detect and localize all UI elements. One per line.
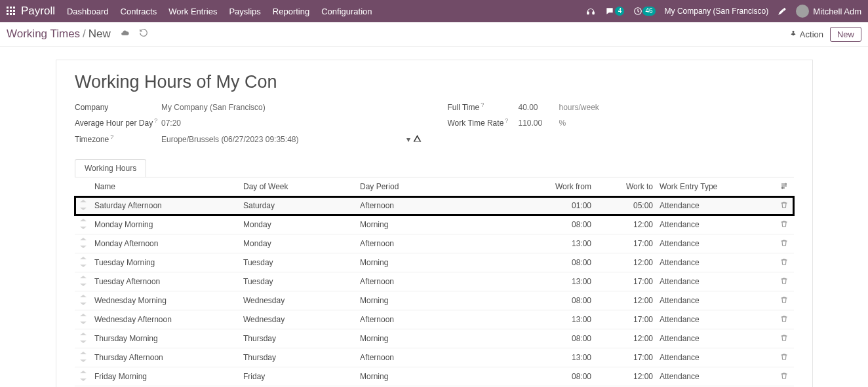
user-menu[interactable]: Mitchell Adm [796, 5, 861, 18]
drag-handle-icon[interactable] [75, 371, 92, 383]
messages-icon[interactable]: 4 [604, 7, 624, 16]
discard-icon[interactable] [139, 28, 148, 41]
support-icon[interactable] [586, 7, 595, 16]
table-row[interactable]: Tuesday AfternoonTuesdayAfternoon13:0017… [75, 272, 794, 291]
apps-icon[interactable] [7, 7, 16, 16]
row-day: Monday [243, 220, 360, 229]
columns-options-icon[interactable] [774, 182, 794, 192]
working-hours-grid: Name Day of Week Day Period Work from Wo… [75, 177, 794, 387]
nav-link-dashboard[interactable]: Dashboard [67, 7, 109, 16]
delete-row-icon[interactable] [774, 296, 794, 306]
table-row[interactable]: SaturdayAfternoon01:0005:00Attendance [75, 196, 794, 215]
row-day: Tuesday [243, 277, 360, 286]
company-value[interactable]: My Company (San Francisco) [161, 103, 266, 112]
drag-handle-icon[interactable] [75, 276, 92, 288]
drag-handle-icon[interactable] [75, 257, 92, 269]
delete-row-icon[interactable] [774, 258, 794, 268]
nav-links: DashboardContractsWork EntriesPayslipsRe… [67, 7, 372, 16]
nav-link-work-entries[interactable]: Work Entries [168, 7, 217, 16]
record-title-input[interactable] [75, 72, 278, 92]
tab-working-hours[interactable]: Working Hours [75, 159, 146, 177]
delete-row-icon[interactable] [774, 315, 794, 325]
timezone-value[interactable]: Europe/Brussels (06/27/2023 09:35:48) [161, 135, 298, 144]
row-to: 17:00 [598, 315, 657, 324]
header-day[interactable]: Day of Week [243, 182, 360, 191]
row-period: Afternoon [360, 239, 512, 248]
table-row[interactable]: Thursday MorningThursdayMorning08:0012:0… [75, 329, 794, 348]
row-name: Wednesday Morning [94, 296, 167, 305]
save-cloud-icon[interactable] [120, 28, 130, 41]
nav-link-reporting[interactable]: Reporting [273, 7, 309, 16]
delete-row-icon[interactable] [774, 201, 794, 211]
delete-row-icon[interactable] [774, 334, 794, 344]
row-to: 12:00 [598, 334, 657, 343]
svg-rect-10 [593, 12, 594, 14]
drag-handle-icon[interactable] [75, 295, 92, 307]
row-period: Afternoon [360, 353, 512, 362]
row-type: Attendance [657, 258, 774, 267]
delete-row-icon[interactable] [774, 277, 794, 287]
grid-header: Name Day of Week Day Period Work from Wo… [75, 177, 794, 196]
delete-row-icon[interactable] [774, 372, 794, 382]
fulltime-value[interactable]: 40.00 [519, 103, 555, 112]
breadcrumb-current: New [89, 28, 111, 41]
brand-label[interactable]: Payroll [21, 5, 55, 18]
header-period[interactable]: Day Period [360, 182, 512, 191]
row-name: Friday Morning [94, 372, 147, 381]
action-button[interactable]: Action [789, 29, 823, 39]
new-button[interactable]: New [830, 27, 861, 42]
topbar-icons: 4 46 My Company (San Francisco) Mitchell… [586, 5, 861, 18]
table-row[interactable]: Monday MorningMondayMorning08:0012:00Att… [75, 215, 794, 234]
nav-link-payslips[interactable]: Payslips [229, 7, 260, 16]
drag-handle-icon[interactable] [75, 314, 92, 326]
row-day: Wednesday [243, 296, 360, 305]
delete-row-icon[interactable] [774, 220, 794, 230]
svg-rect-0 [7, 7, 9, 9]
avatar-icon [796, 5, 809, 18]
table-row[interactable]: Friday MorningFridayMorning08:0012:00Att… [75, 367, 794, 386]
table-row[interactable]: Thursday AfternoonThursdayAfternoon13:00… [75, 348, 794, 367]
table-row[interactable]: Wednesday AfternoonWednesdayAfternoon13:… [75, 310, 794, 329]
table-row[interactable]: Tuesday MorningTuesdayMorning08:0012:00A… [75, 253, 794, 272]
control-row: Working Times / New Action New [0, 22, 868, 46]
nav-link-contracts[interactable]: Contracts [121, 7, 157, 16]
drag-handle-icon[interactable] [75, 200, 92, 212]
avg-hour-value[interactable]: 07:20 [161, 119, 181, 128]
form-sheet: Company My Company (San Francisco) Avera… [56, 60, 813, 387]
company-switcher[interactable]: My Company (San Francisco) [665, 7, 769, 16]
breadcrumb-root[interactable]: Working Times [7, 28, 80, 41]
delete-row-icon[interactable] [774, 239, 794, 249]
svg-rect-4 [10, 10, 12, 12]
header-from[interactable]: Work from [512, 182, 598, 191]
tools-icon[interactable] [778, 7, 787, 16]
svg-rect-9 [587, 12, 589, 14]
delete-row-icon[interactable] [774, 353, 794, 363]
activities-icon[interactable]: 46 [633, 7, 655, 16]
timezone-label: Timezone [75, 135, 161, 144]
row-period: Afternoon [360, 315, 512, 324]
rate-value[interactable]: 110.00 [519, 119, 555, 128]
drag-handle-icon[interactable] [75, 352, 92, 364]
table-row[interactable]: Monday AfternoonMondayAfternoon13:0017:0… [75, 234, 794, 253]
messages-badge: 4 [615, 7, 624, 16]
drag-handle-icon[interactable] [75, 333, 92, 345]
chevron-down-icon[interactable]: ▾ [406, 135, 410, 144]
row-day: Monday [243, 239, 360, 248]
drag-handle-icon[interactable] [75, 219, 92, 231]
nav-link-configuration[interactable]: Configuration [321, 7, 372, 16]
row-period: Morning [360, 258, 512, 267]
header-name[interactable]: Name [92, 182, 243, 191]
row-day: Wednesday [243, 315, 360, 324]
drag-handle-icon[interactable] [75, 238, 92, 250]
rate-label: Work Time Rate [448, 119, 519, 128]
header-to[interactable]: Work to [598, 182, 657, 191]
row-to: 17:00 [598, 353, 657, 362]
svg-rect-7 [10, 13, 12, 15]
header-type[interactable]: Work Entry Type [657, 182, 774, 191]
row-day: Thursday [243, 334, 360, 343]
company-label: Company [75, 103, 161, 112]
row-from: 13:00 [512, 315, 598, 324]
row-name-input[interactable] [94, 201, 243, 210]
row-name: Wednesday Afternoon [94, 315, 172, 324]
table-row[interactable]: Wednesday MorningWednesdayMorning08:0012… [75, 291, 794, 310]
